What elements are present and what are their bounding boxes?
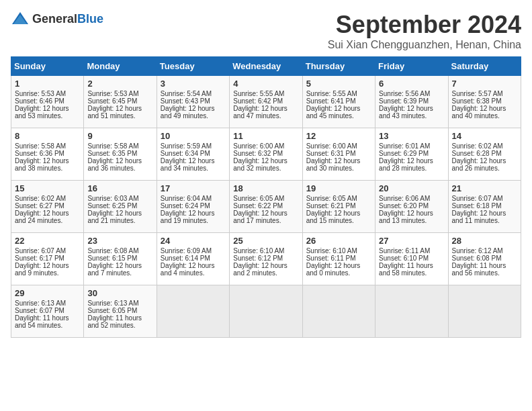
- day-number: 17: [161, 183, 226, 193]
- day-number: 12: [306, 131, 371, 141]
- day-info-line: Sunrise: 6:13 AM: [87, 300, 152, 307]
- logo: GeneralBlue: [11, 11, 103, 27]
- day-number: 27: [379, 236, 444, 246]
- day-info-line: Sunrise: 6:13 AM: [15, 300, 80, 307]
- day-info-line: Sunrise: 6:05 AM: [306, 195, 371, 202]
- calendar-week-2: 8Sunrise: 5:58 AMSunset: 6:36 PMDaylight…: [11, 128, 521, 181]
- day-number: 1: [15, 79, 80, 89]
- day-info-line: Sunrise: 5:55 AM: [233, 90, 298, 97]
- day-info-line: Sunrise: 6:11 AM: [379, 247, 444, 255]
- day-info-line: Sunrise: 6:12 AM: [452, 247, 517, 255]
- day-info-line: Daylight: 12 hours: [379, 210, 444, 217]
- calendar-cell: 2Sunrise: 5:53 AMSunset: 6:45 PMDaylight…: [84, 76, 157, 128]
- day-number: 30: [87, 288, 152, 298]
- calendar-cell: 10Sunrise: 5:59 AMSunset: 6:34 PMDayligh…: [157, 128, 229, 181]
- day-info-line: Sunrise: 6:00 AM: [233, 142, 298, 150]
- day-number: 10: [161, 131, 226, 141]
- logo-general: GeneralBlue: [32, 12, 103, 26]
- day-info-line: Daylight: 12 hours: [306, 262, 371, 269]
- day-info-line: and 53 minutes.: [15, 112, 80, 120]
- day-number: 20: [379, 183, 444, 193]
- calendar-cell: 4Sunrise: 5:55 AMSunset: 6:42 PMDaylight…: [230, 76, 302, 128]
- day-info-line: Daylight: 12 hours: [379, 157, 444, 165]
- day-info-line: Sunset: 6:46 PM: [15, 97, 80, 105]
- day-info-line: and 24 minutes.: [15, 217, 80, 224]
- calendar-cell: 24Sunrise: 6:09 AMSunset: 6:14 PMDayligh…: [157, 233, 229, 285]
- day-number: 9: [87, 131, 152, 141]
- month-title: September 2024: [328, 11, 521, 39]
- day-number: 16: [87, 183, 152, 193]
- day-info-line: Sunset: 6:43 PM: [161, 97, 226, 105]
- day-info-line: and 49 minutes.: [161, 112, 226, 120]
- day-info-line: Sunrise: 5:53 AM: [15, 90, 80, 97]
- day-number: 25: [233, 236, 298, 246]
- day-number: 5: [306, 79, 371, 89]
- day-info-line: Sunset: 6:17 PM: [15, 255, 80, 262]
- day-info-line: Daylight: 12 hours: [161, 262, 226, 269]
- day-info-line: Sunrise: 5:54 AM: [161, 90, 226, 97]
- day-info-line: Sunrise: 5:56 AM: [379, 90, 444, 97]
- calendar-cell: 11Sunrise: 6:00 AMSunset: 6:32 PMDayligh…: [230, 128, 302, 181]
- calendar-cell: 18Sunrise: 6:05 AMSunset: 6:22 PMDayligh…: [230, 181, 302, 233]
- day-info-line: and 38 minutes.: [15, 165, 80, 172]
- day-number: 11: [233, 131, 298, 141]
- day-info-line: Sunset: 6:24 PM: [161, 202, 226, 210]
- title-area: September 2024 Sui Xian Chengguanzhen, H…: [328, 11, 521, 51]
- weekday-header-wednesday: Wednesday: [230, 57, 302, 76]
- day-number: 6: [379, 79, 444, 89]
- day-info-line: and 26 minutes.: [452, 165, 517, 172]
- day-number: 2: [87, 79, 152, 89]
- calendar-cell: 21Sunrise: 6:07 AMSunset: 6:18 PMDayligh…: [448, 181, 521, 233]
- day-number: 22: [15, 236, 80, 246]
- day-info-line: Sunset: 6:21 PM: [306, 202, 371, 210]
- day-info-line: and 21 minutes.: [87, 217, 152, 224]
- day-info-line: Daylight: 12 hours: [87, 157, 152, 165]
- day-info-line: Daylight: 12 hours: [15, 210, 80, 217]
- day-info-line: Daylight: 12 hours: [233, 210, 298, 217]
- day-info-line: Daylight: 11 hours: [15, 314, 80, 322]
- day-info-line: Sunset: 6:36 PM: [15, 150, 80, 157]
- day-info-line: and 11 minutes.: [452, 217, 517, 224]
- day-info-line: and 19 minutes.: [161, 217, 226, 224]
- day-info-line: Daylight: 11 hours: [452, 262, 517, 269]
- day-info-line: Daylight: 12 hours: [161, 210, 226, 217]
- day-info-line: Daylight: 12 hours: [452, 210, 517, 217]
- day-info-line: Daylight: 12 hours: [379, 105, 444, 112]
- day-number: 23: [87, 236, 152, 246]
- calendar-header-row: SundayMondayTuesdayWednesdayThursdayFrid…: [11, 57, 521, 76]
- day-number: 14: [452, 131, 517, 141]
- day-info-line: Daylight: 12 hours: [306, 157, 371, 165]
- day-info-line: Sunset: 6:27 PM: [15, 202, 80, 210]
- day-number: 29: [15, 288, 80, 298]
- calendar-cell: 16Sunrise: 6:03 AMSunset: 6:25 PMDayligh…: [84, 181, 157, 233]
- calendar-cell: [302, 285, 375, 338]
- day-info-line: and 34 minutes.: [161, 165, 226, 172]
- day-info-line: Sunrise: 6:02 AM: [15, 195, 80, 202]
- day-number: 15: [15, 183, 80, 193]
- weekday-header-friday: Friday: [375, 57, 448, 76]
- day-info-line: Sunrise: 5:53 AM: [87, 90, 152, 97]
- day-number: 7: [452, 79, 517, 89]
- day-info-line: and 36 minutes.: [87, 165, 152, 172]
- calendar-cell: 19Sunrise: 6:05 AMSunset: 6:21 PMDayligh…: [302, 181, 375, 233]
- weekday-header-monday: Monday: [84, 57, 157, 76]
- day-info-line: and 54 minutes.: [15, 322, 80, 329]
- day-info-line: and 15 minutes.: [306, 217, 371, 224]
- day-info-line: and 4 minutes.: [161, 269, 226, 277]
- day-info-line: Sunrise: 5:55 AM: [306, 90, 371, 97]
- calendar-cell: 23Sunrise: 6:08 AMSunset: 6:15 PMDayligh…: [84, 233, 157, 285]
- calendar-cell: 28Sunrise: 6:12 AMSunset: 6:08 PMDayligh…: [448, 233, 521, 285]
- day-info-line: Daylight: 11 hours: [379, 262, 444, 269]
- day-info-line: and 2 minutes.: [233, 269, 298, 277]
- day-number: 13: [379, 131, 444, 141]
- day-info-line: and 13 minutes.: [379, 217, 444, 224]
- day-number: 28: [452, 236, 517, 246]
- weekday-header-thursday: Thursday: [302, 57, 375, 76]
- calendar-week-5: 29Sunrise: 6:13 AMSunset: 6:07 PMDayligh…: [11, 285, 521, 338]
- day-info-line: Daylight: 12 hours: [87, 262, 152, 269]
- day-info-line: Sunset: 6:35 PM: [87, 150, 152, 157]
- header: GeneralBlue September 2024 Sui Xian Chen…: [11, 11, 521, 51]
- day-info-line: Daylight: 11 hours: [87, 314, 152, 322]
- day-info-line: Daylight: 12 hours: [233, 157, 298, 165]
- day-info-line: Sunset: 6:20 PM: [379, 202, 444, 210]
